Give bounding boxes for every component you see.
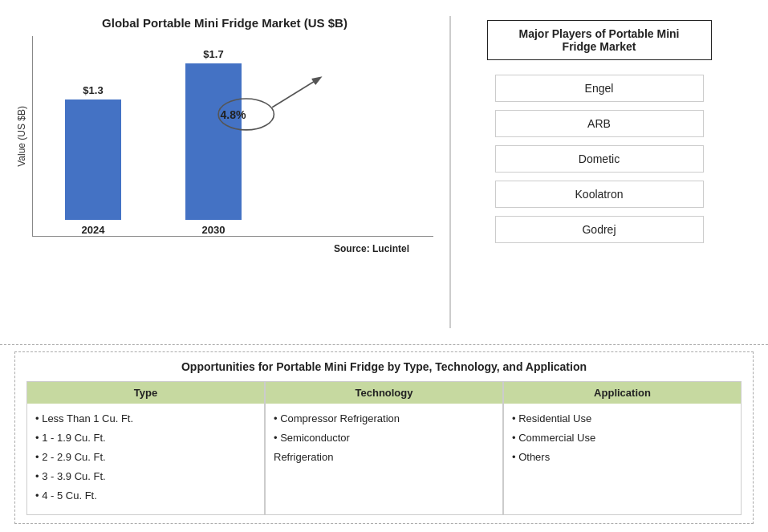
bar-year-2030: 2030 [202,224,226,236]
app-item-0: • Residential Use [512,410,733,428]
type-item-1: • 1 - 1.9 Cu. Ft. [35,429,256,447]
type-item-4: • 4 - 5 Cu. Ft. [35,487,256,505]
players-title: Major Players of Portable Mini Fridge Ma… [487,20,712,60]
type-items: • Less Than 1 Cu. Ft. • 1 - 1.9 Cu. Ft. … [27,410,264,505]
source-label: Source: Lucintel [16,243,433,254]
opportunities-section: Opportunities for Portable Mini Fridge b… [14,351,754,524]
technology-header: Technology [266,382,502,404]
chart-area: Global Portable Mini Fridge Market (US $… [0,8,449,336]
bar-2024 [65,99,121,220]
type-column: Type • Less Than 1 Cu. Ft. • 1 - 1.9 Cu.… [26,381,265,515]
app-item-2: • Others [512,449,733,466]
y-axis-label: Value (US $B) [16,106,27,167]
bar-value-2024: $1.3 [83,84,103,96]
opportunities-columns: Type • Less Than 1 Cu. Ft. • 1 - 1.9 Cu.… [26,381,742,515]
application-items: • Residential Use • Commercial Use • Oth… [504,410,741,466]
player-arb: ARB [495,110,704,137]
players-area: Major Players of Portable Mini Fridge Ma… [451,8,748,336]
type-item-3: • 3 - 3.9 Cu. Ft. [35,468,256,485]
bars-area: 4.8% $1.3 2024 $1.7 2030 [32,36,433,237]
application-column: Application • Residential Use • Commerci… [503,381,742,515]
player-engel: Engel [495,75,704,102]
tech-item-2: Refrigeration [274,449,494,466]
svg-line-1 [272,78,320,108]
tech-item-1: • Semiconductor [274,429,494,447]
type-item-2: • 2 - 2.9 Cu. Ft. [35,449,256,466]
technology-column: Technology • Compressor Refrigeration • … [265,381,503,515]
bar-group-2024: $1.3 2024 [65,84,121,236]
bar-year-2024: 2024 [82,224,105,236]
opportunities-title: Opportunities for Portable Mini Fridge b… [26,360,742,373]
technology-items: • Compressor Refrigeration • Semiconduct… [266,410,502,466]
bar-2030 [185,63,242,220]
type-header: Type [27,382,264,404]
application-header: Application [504,382,741,404]
bar-group-2030: $1.7 2030 [185,48,242,236]
chart-title: Global Portable Mini Fridge Market (US $… [102,16,347,30]
tech-item-0: • Compressor Refrigeration [274,410,494,428]
player-godrej: Godrej [495,216,704,243]
app-item-1: • Commercial Use [512,429,733,447]
player-koolatron: Koolatron [495,181,704,208]
type-item-0: • Less Than 1 Cu. Ft. [35,410,256,428]
player-dometic: Dometic [495,145,704,173]
bar-value-2030: $1.7 [203,48,223,60]
